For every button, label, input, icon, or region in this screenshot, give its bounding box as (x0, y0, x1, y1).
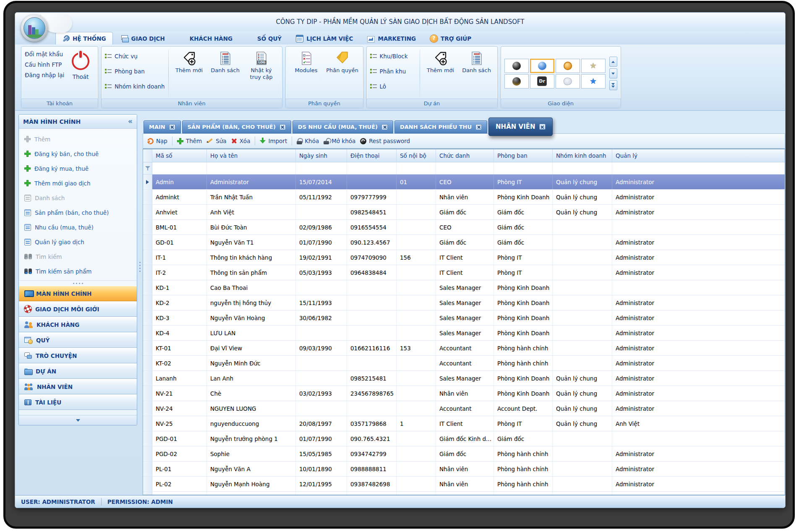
table-cell[interactable]: NGUYEN LUONG (207, 401, 296, 416)
table-cell[interactable]: Anh Việt (612, 416, 785, 431)
table-cell[interactable]: Administrator (612, 356, 785, 370)
table-row[interactable]: PGD-01Nguyễn trưởng phòng 101/07/1990090… (143, 431, 785, 446)
theme-tile[interactable] (556, 59, 580, 73)
ribbon-list-item[interactable]: Phân khu (370, 65, 416, 78)
ribbon-list-item[interactable]: Lô (370, 80, 416, 93)
table-cell[interactable]: GD-01 (152, 235, 207, 250)
toolbar-button[interactable]: Nạp (147, 138, 167, 144)
table-cell[interactable]: Cao Ba Thoai (207, 280, 296, 295)
table-cell[interactable] (553, 492, 612, 495)
sidebar-nav-item[interactable]: KHÁCH HÀNG (19, 317, 137, 332)
panel-splitter[interactable] (137, 114, 143, 495)
ribbon-tab[interactable]: MARKETING (361, 33, 422, 44)
table-cell[interactable]: 0974709090 (347, 250, 397, 265)
sidebar-nav-item[interactable]: MÀN HÌNH CHÍNH (19, 286, 137, 301)
table-cell[interactable] (553, 295, 612, 310)
table-cell[interactable]: Phòng Kinh Doanh (494, 190, 553, 204)
table-cell[interactable]: Administrator (612, 326, 785, 340)
table-cell[interactable]: Sophie (207, 446, 296, 461)
table-cell[interactable]: 0934742799 (347, 446, 397, 461)
table-cell[interactable]: Nguyễn Văn T1 (207, 235, 296, 250)
table-cell[interactable]: Phòng hành chính (494, 462, 553, 476)
table-cell[interactable] (347, 356, 397, 370)
table-cell[interactable] (347, 310, 397, 325)
table-cell[interactable]: Phòng Kinh Doanh (494, 492, 553, 495)
table-cell[interactable]: Phòng IT (494, 175, 553, 189)
table-cell[interactable]: 0357179868 (347, 416, 397, 431)
sidebar-item[interactable]: Tìm kiếm sản phẩm (21, 264, 135, 279)
ribbon-tab[interactable]: SỐ QUỸ (240, 33, 288, 44)
table-cell[interactable]: Administrator (612, 446, 785, 461)
table-cell[interactable]: Administrator (612, 175, 785, 189)
table-cell[interactable] (397, 477, 436, 491)
table-cell[interactable]: Quản lý chung (553, 205, 612, 219)
table-cell[interactable]: CEO (436, 220, 494, 235)
close-icon[interactable] (475, 124, 482, 130)
table-cell[interactable]: PGD-02 (152, 446, 207, 461)
table-cell[interactable]: 090.123.4567 (347, 235, 397, 250)
table-cell[interactable]: Giám đốc Kinh d... (436, 431, 494, 446)
table-cell[interactable]: 05/03/1993 (296, 265, 347, 280)
filter-cell[interactable] (296, 162, 347, 174)
table-cell[interactable] (553, 341, 612, 355)
sidebar-overflow-button[interactable] (19, 415, 137, 425)
table-cell[interactable]: LƯU LAN (207, 326, 296, 340)
table-cell[interactable]: NV-25 (152, 416, 207, 431)
table-cell[interactable] (397, 235, 436, 250)
toolbar-button[interactable]: Import (260, 138, 287, 144)
table-cell[interactable]: nguyễn thị hồng thủy (207, 295, 296, 310)
table-cell[interactable]: PL-02 (152, 477, 207, 491)
gallery-scroll-down-button[interactable] (609, 68, 617, 78)
table-cell[interactable] (553, 326, 612, 340)
table-cell[interactable] (612, 431, 785, 446)
table-cell[interactable] (612, 280, 785, 295)
table-cell[interactable]: 05/11/1992 (296, 190, 347, 204)
table-cell[interactable]: Administrator (612, 250, 785, 265)
table-cell[interactable]: 0979777999 (347, 190, 397, 204)
table-cell[interactable]: Nhân viên (436, 190, 494, 204)
table-row[interactable]: IT-1Thông tin khách hàng19/02/1991097470… (143, 250, 785, 265)
table-cell[interactable]: PL-01 (152, 462, 207, 476)
table-cell[interactable]: 1 (397, 416, 436, 431)
sidebar-nav-item[interactable]: NHÂN VIÊN (19, 379, 137, 394)
document-tab[interactable]: DANH SÁCH PHIẾU THU (394, 120, 487, 133)
ribbon-list-item[interactable]: Phòng ban (105, 65, 165, 78)
column-header[interactable]: Nhóm kinh doanh (553, 149, 612, 162)
table-cell[interactable] (397, 190, 436, 204)
table-cell[interactable]: Giám đốc (494, 220, 553, 235)
document-tab[interactable]: NHÂN VIÊN (488, 117, 552, 136)
table-cell[interactable]: Giám đốc (494, 431, 553, 446)
access-log-button[interactable]: LOG Nhật ký truy cập (244, 49, 279, 98)
table-cell[interactable]: 0964838484 (347, 265, 397, 280)
column-header[interactable]: Họ và tên (207, 149, 296, 162)
table-cell[interactable] (397, 446, 436, 461)
table-row[interactable]: KD-1Cao Ba ThoaiSales ManagerPhòng Kinh … (143, 280, 785, 295)
table-cell[interactable]: Sales Manager (436, 280, 494, 295)
table-cell[interactable]: Sales Manager (436, 310, 494, 325)
filter-cell[interactable] (347, 162, 397, 174)
table-cell[interactable] (296, 401, 347, 416)
table-cell[interactable]: IT Client (436, 250, 494, 265)
sidebar-collapse-button[interactable]: « (128, 118, 133, 125)
table-cell[interactable]: Phòng IT (494, 250, 553, 265)
gallery-scroll-up-button[interactable] (609, 57, 617, 67)
table-cell[interactable]: 156 (397, 250, 436, 265)
table-row[interactable]: KT-01Đại Vĩ View09/03/199001662116116153… (143, 341, 785, 356)
ribbon-link[interactable]: Đổi mật khẩu (25, 51, 65, 57)
sidebar-splitter-handle[interactable] (19, 280, 137, 286)
project-add-button[interactable]: Thêm mới (423, 49, 458, 98)
table-cell[interactable]: Administrator (612, 401, 785, 416)
sidebar-nav-item[interactable]: TRÒ CHUYỆN (19, 348, 137, 363)
table-cell[interactable]: Quản lý chung (553, 175, 612, 189)
table-cell[interactable] (612, 220, 785, 235)
table-cell[interactable] (347, 401, 397, 416)
column-header[interactable]: Điện thoại (347, 149, 397, 162)
column-header[interactable]: Ngày sinh (296, 149, 347, 162)
employee-list-button[interactable]: Danh sách (208, 49, 243, 98)
column-header[interactable]: Chức danh (436, 149, 494, 162)
table-cell[interactable]: 20/08/1997 (296, 416, 347, 431)
table-cell[interactable]: Administrator (612, 310, 785, 325)
table-cell[interactable]: 09387482698 (347, 477, 397, 491)
sidebar-item[interactable]: Thêm mới giao dịch (21, 176, 135, 190)
theme-tile[interactable] (530, 59, 554, 73)
